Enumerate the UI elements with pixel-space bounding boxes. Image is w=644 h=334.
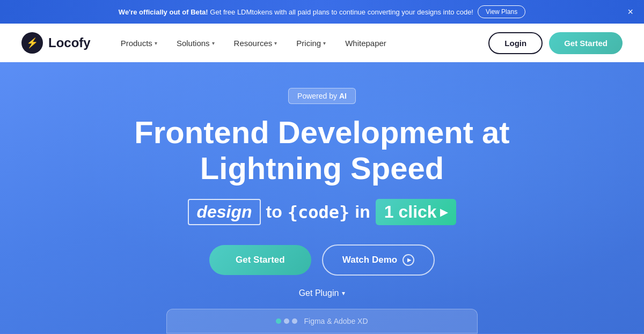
dot-1 <box>276 318 281 324</box>
design-word: design <box>188 199 260 225</box>
navbar: ⚡ Locofy Products ▾ Solutions ▾ Resource… <box>0 24 644 62</box>
nav-actions: Login Get Started <box>488 32 623 54</box>
hero-subtitle: design to {code} in 1 click ▶ <box>188 199 456 225</box>
hero-section: Powered by AI Frontend Development at Li… <box>0 62 644 333</box>
nav-item-products[interactable]: Products ▾ <box>112 34 166 52</box>
chevron-down-icon: ▾ <box>155 40 157 46</box>
nav-links: Products ▾ Solutions ▾ Resources ▾ Prici… <box>112 34 489 52</box>
demo-play-icon: ▶ <box>402 254 414 266</box>
nav-item-resources[interactable]: Resources ▾ <box>225 34 286 52</box>
top-banner: We're officially out of Beta! Get free L… <box>0 0 644 24</box>
click-badge: 1 click ▶ <box>376 199 456 225</box>
get-started-nav-button[interactable]: Get Started <box>549 32 623 54</box>
hero-title: Frontend Development at Lightning Speed <box>134 115 509 186</box>
chevron-down-icon: ▾ <box>323 40 326 46</box>
card-label: Figma & Adobe XD <box>304 317 368 325</box>
nav-item-pricing[interactable]: Pricing ▾ <box>288 34 334 52</box>
card-dots <box>276 318 297 324</box>
watch-demo-button[interactable]: Watch Demo ▶ <box>322 244 435 276</box>
banner-message: We're officially out of Beta! Get free L… <box>119 8 473 16</box>
chevron-down-icon: ▾ <box>342 290 345 297</box>
view-plans-button[interactable]: View Plans <box>478 5 525 18</box>
chevron-down-icon: ▾ <box>212 40 215 46</box>
dot-2 <box>284 318 289 324</box>
play-arrow-icon: ▶ <box>440 206 448 218</box>
nav-item-solutions[interactable]: Solutions ▾ <box>168 34 223 52</box>
get-plugin-button[interactable]: Get Plugin ▾ <box>299 288 346 298</box>
powered-badge: Powered by AI <box>288 88 356 104</box>
logo[interactable]: ⚡ Locofy <box>21 32 91 54</box>
hero-buttons: Get Started Watch Demo ▶ <box>209 244 435 276</box>
get-started-hero-button[interactable]: Get Started <box>209 245 311 275</box>
logo-text: Locofy <box>48 35 91 50</box>
banner-close-button[interactable]: × <box>627 7 633 17</box>
logo-icon: ⚡ <box>21 32 43 54</box>
dot-3 <box>292 318 297 324</box>
login-button[interactable]: Login <box>488 32 543 54</box>
chevron-down-icon: ▾ <box>274 40 277 46</box>
nav-item-whitepaper[interactable]: Whitepaper <box>336 34 395 52</box>
plugin-card: Figma & Adobe XD <box>166 309 478 333</box>
code-word: {code} <box>288 202 350 222</box>
